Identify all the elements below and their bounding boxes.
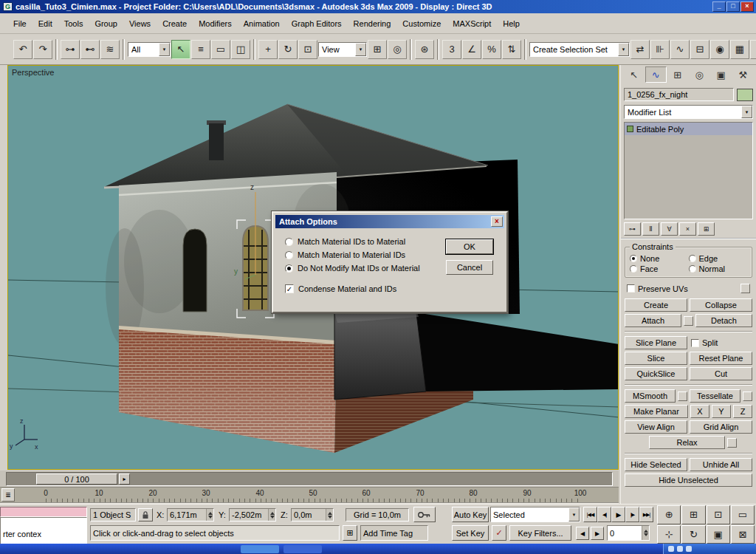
menu-group[interactable]: Group bbox=[89, 17, 123, 30]
msmooth-settings-button[interactable] bbox=[678, 391, 687, 401]
slice-plane-button[interactable]: Slice Plane bbox=[625, 336, 687, 349]
bind-spacewarp-button[interactable]: ≋ bbox=[100, 40, 120, 59]
tessellate-button[interactable]: Tessellate bbox=[690, 389, 740, 403]
slider-next-button[interactable]: ▸ bbox=[119, 473, 130, 485]
key-filter-toggle-button[interactable]: ✓ bbox=[492, 525, 506, 541]
previous-frame-button[interactable]: ◀| bbox=[597, 507, 611, 522]
menu-views[interactable]: Views bbox=[123, 17, 157, 30]
restore-button[interactable]: □ bbox=[726, 1, 740, 12]
collapse-button[interactable]: Collapse bbox=[690, 298, 752, 312]
title-bar[interactable]: G casilla_Tuto3_Cimien.max - Project Fol… bbox=[0, 0, 756, 13]
tab-display[interactable]: ▣ bbox=[710, 66, 732, 83]
planar-x-button[interactable]: X bbox=[690, 405, 709, 418]
radio-do-not-modify[interactable]: Do Not Modify Mat IDs or Material bbox=[285, 264, 420, 273]
angle-snap-button[interactable]: ∠ bbox=[462, 40, 481, 59]
select-object-button[interactable]: ↖ bbox=[171, 40, 190, 59]
cut-button[interactable]: Cut bbox=[690, 367, 752, 380]
object-name-field[interactable]: 1_0256_fx_night bbox=[624, 88, 734, 101]
chevron-down-icon[interactable]: ▼ bbox=[568, 507, 580, 521]
tab-hierarchy[interactable]: ⊞ bbox=[667, 66, 689, 83]
timeline-ruler[interactable]: 0 10 20 30 40 50 60 70 80 90 100 bbox=[0, 487, 619, 504]
menu-file[interactable]: File bbox=[7, 17, 32, 30]
current-frame-field[interactable]: 0 bbox=[607, 525, 650, 541]
set-key-button[interactable]: Set Key bbox=[452, 525, 489, 541]
quick-render-button[interactable]: ◆ bbox=[750, 40, 756, 59]
relax-button[interactable]: Relax bbox=[649, 436, 725, 449]
tab-modify[interactable]: ∿ bbox=[645, 66, 667, 83]
zoom-all-button[interactable]: ⊞ bbox=[681, 505, 705, 524]
select-link-button[interactable]: ⊶ bbox=[61, 40, 80, 59]
material-editor-button[interactable]: ◉ bbox=[710, 40, 729, 59]
maximize-viewport-button[interactable]: ⊠ bbox=[731, 525, 755, 544]
previous-key-button[interactable]: ◀ bbox=[576, 527, 589, 540]
planar-y-button[interactable]: Y bbox=[712, 405, 731, 418]
x-coordinate-field[interactable]: 6,171m bbox=[167, 508, 214, 521]
menu-help[interactable]: Help bbox=[497, 17, 526, 30]
use-center-button[interactable]: ◎ bbox=[388, 40, 407, 59]
go-to-end-button[interactable]: ▶▶| bbox=[639, 507, 653, 522]
zoom-extents-button[interactable]: ⊡ bbox=[707, 505, 730, 524]
configure-modifier-sets-button[interactable]: ⊞ bbox=[698, 222, 715, 236]
menu-rendering[interactable]: Rendering bbox=[348, 17, 397, 30]
modifier-stack[interactable]: Editable Poly bbox=[624, 122, 753, 219]
constraint-none-radio[interactable]: None bbox=[630, 254, 689, 263]
split-checkbox[interactable] bbox=[691, 339, 699, 347]
tab-create[interactable]: ↖ bbox=[623, 66, 645, 83]
menu-edit[interactable]: Edit bbox=[32, 17, 58, 30]
create-key-button[interactable] bbox=[413, 507, 436, 522]
constraint-normal-radio[interactable]: Normal bbox=[689, 264, 748, 273]
undo-button[interactable]: ↶ bbox=[13, 40, 32, 59]
cancel-button[interactable]: Cancel bbox=[446, 260, 493, 275]
hide-unselected-button[interactable]: Hide Unselected bbox=[625, 473, 752, 487]
reset-plane-button[interactable]: Reset Plane bbox=[690, 352, 752, 365]
y-coordinate-field[interactable]: -2,502m bbox=[229, 508, 276, 521]
relax-settings-button[interactable] bbox=[727, 438, 737, 448]
chevron-down-icon[interactable]: ▼ bbox=[618, 43, 629, 56]
select-scale-button[interactable]: ⊡ bbox=[298, 40, 317, 59]
attach-settings-button[interactable] bbox=[684, 316, 693, 326]
chevron-down-icon[interactable]: ▼ bbox=[159, 43, 170, 56]
zoom-button[interactable]: ⊕ bbox=[657, 505, 681, 524]
show-end-result-button[interactable]: Ⅱ bbox=[642, 222, 659, 236]
tab-motion[interactable]: ◎ bbox=[689, 66, 711, 83]
viewport-label[interactable]: Perspective bbox=[12, 68, 54, 77]
menu-animation[interactable]: Animation bbox=[238, 17, 286, 30]
make-planar-button[interactable]: Make Planar bbox=[625, 405, 688, 418]
open-mini-curve-editor-button[interactable]: ≣ bbox=[1, 488, 15, 502]
time-slider[interactable]: 0 / 100 bbox=[36, 473, 117, 485]
attached-gray-box[interactable] bbox=[334, 307, 426, 400]
modifier-list-dropdown[interactable]: Modifier List ▼ bbox=[624, 105, 753, 119]
named-selection-set-combo[interactable]: Create Selection Set ▼ bbox=[529, 42, 630, 57]
play-button[interactable]: ▶ bbox=[611, 507, 625, 522]
tray-icon[interactable] bbox=[686, 546, 692, 552]
minimize-button[interactable]: _ bbox=[712, 1, 726, 12]
menu-graph-editors[interactable]: Graph Editors bbox=[286, 17, 348, 30]
maxscript-listener-white[interactable]: rter contex bbox=[0, 517, 87, 544]
radio-match-material-to-ids[interactable]: Match Material to Material IDs bbox=[285, 250, 405, 259]
create-button[interactable]: Create bbox=[625, 298, 687, 312]
chevron-down-icon[interactable]: ▼ bbox=[355, 43, 366, 56]
grid-align-button[interactable]: Grid Align bbox=[690, 420, 752, 434]
unhide-all-button[interactable]: Unhide All bbox=[690, 458, 752, 471]
dialog-close-button[interactable]: × bbox=[491, 216, 503, 227]
go-to-start-button[interactable]: |◀◀ bbox=[583, 507, 597, 522]
spinner[interactable] bbox=[642, 526, 649, 540]
preserve-uvs-settings-button[interactable] bbox=[740, 284, 750, 293]
mirror-button[interactable]: ⇄ bbox=[630, 40, 650, 59]
preserve-uvs-checkbox[interactable] bbox=[627, 284, 635, 293]
rectangular-region-button[interactable]: ▭ bbox=[211, 40, 230, 59]
tray-icon[interactable] bbox=[677, 546, 683, 552]
time-slider-track[interactable]: 0 / 100 ▸ bbox=[6, 472, 613, 486]
chevron-down-icon[interactable]: ▼ bbox=[741, 106, 752, 118]
taskbar-button[interactable] bbox=[284, 545, 322, 553]
pin-stack-button[interactable]: ⊶ bbox=[624, 222, 641, 236]
make-unique-button[interactable]: ∀ bbox=[661, 222, 678, 236]
detach-button[interactable]: Detach bbox=[695, 314, 752, 327]
ok-button[interactable]: OK bbox=[446, 239, 493, 254]
redo-button[interactable]: ↷ bbox=[33, 40, 52, 59]
select-rotate-button[interactable]: ↻ bbox=[278, 40, 298, 59]
time-mode-dropdown[interactable]: Selected ▼ bbox=[490, 507, 580, 522]
select-manipulate-button[interactable]: ⊛ bbox=[415, 40, 434, 59]
orbit-button[interactable]: ↻ bbox=[681, 525, 705, 544]
planar-z-button[interactable]: Z bbox=[733, 405, 752, 418]
